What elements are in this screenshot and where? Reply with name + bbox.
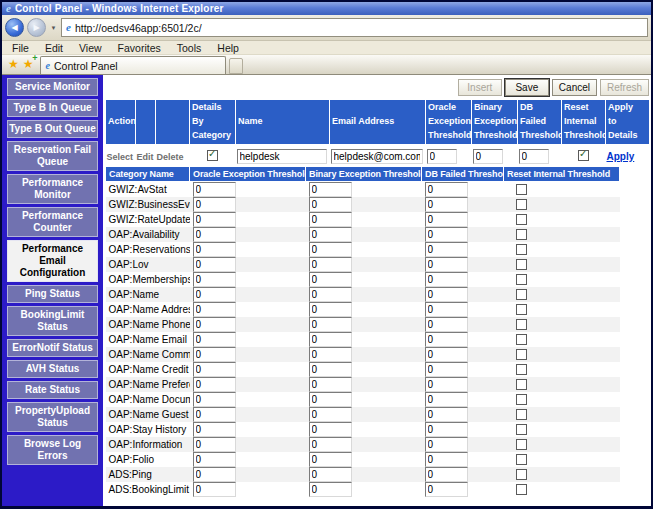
oracle-threshold-input[interactable]: [193, 212, 236, 227]
back-button[interactable]: ◀: [5, 18, 24, 37]
oracle-threshold-input[interactable]: [193, 452, 236, 467]
oracle-threshold-input[interactable]: [193, 392, 236, 407]
reset-internal-checkbox[interactable]: [516, 439, 527, 450]
db-failed-threshold-input[interactable]: [425, 302, 468, 317]
reset-internal-checkbox[interactable]: [516, 454, 527, 465]
sidebar-item-browse-log-errors[interactable]: Browse Log Errors: [7, 435, 98, 465]
address-bar[interactable]: e http://oedsv46app:6501/2c/: [61, 18, 648, 37]
binary-threshold-input[interactable]: [309, 302, 352, 317]
reset-internal-checkbox[interactable]: [516, 469, 527, 480]
refresh-button[interactable]: Refresh: [600, 79, 649, 96]
db-failed-threshold-input[interactable]: [425, 347, 468, 362]
oracle-threshold-input[interactable]: [193, 182, 236, 197]
db-failed-threshold-input[interactable]: [425, 482, 468, 497]
binary-threshold-input[interactable]: [473, 149, 503, 164]
name-input[interactable]: [237, 149, 327, 164]
oracle-threshold-input[interactable]: [193, 317, 236, 332]
binary-threshold-input[interactable]: [309, 212, 352, 227]
binary-threshold-input[interactable]: [309, 392, 352, 407]
oracle-threshold-input[interactable]: [193, 332, 236, 347]
reset-internal-checkbox[interactable]: [516, 424, 527, 435]
reset-internal-checkbox[interactable]: [516, 409, 527, 420]
reset-internal-checkbox[interactable]: [516, 319, 527, 330]
oracle-threshold-input[interactable]: [193, 242, 236, 257]
db-failed-threshold-input[interactable]: [425, 317, 468, 332]
select-link[interactable]: Select: [107, 152, 134, 162]
binary-threshold-input[interactable]: [309, 467, 352, 482]
reset-internal-checkbox[interactable]: [516, 394, 527, 405]
delete-link[interactable]: Delete: [157, 152, 184, 162]
sidebar-item-type-b-in-queue[interactable]: Type B In Queue: [7, 99, 98, 117]
binary-threshold-input[interactable]: [309, 242, 352, 257]
insert-button[interactable]: Insert: [458, 79, 502, 96]
db-failed-threshold-input[interactable]: [425, 377, 468, 392]
sidebar-item-avh-status[interactable]: AVH Status: [7, 360, 98, 378]
db-failed-threshold-input[interactable]: [425, 332, 468, 347]
apply-link[interactable]: Apply: [607, 151, 635, 162]
binary-threshold-input[interactable]: [309, 377, 352, 392]
oracle-threshold-input[interactable]: [193, 197, 236, 212]
db-failed-threshold-input[interactable]: [519, 149, 549, 164]
menu-item-tools[interactable]: Tools: [169, 42, 210, 54]
binary-threshold-input[interactable]: [309, 182, 352, 197]
db-failed-threshold-input[interactable]: [425, 227, 468, 242]
forward-button[interactable]: ▶: [27, 18, 46, 37]
sidebar-item-performance-monitor[interactable]: Performance Monitor: [7, 174, 98, 204]
binary-threshold-input[interactable]: [309, 332, 352, 347]
db-failed-threshold-input[interactable]: [425, 197, 468, 212]
sidebar-item-service-monitor[interactable]: Service Monitor: [7, 78, 98, 96]
db-failed-threshold-input[interactable]: [425, 242, 468, 257]
reset-internal-checkbox[interactable]: [516, 289, 527, 300]
reset-internal-checkbox[interactable]: [516, 184, 527, 195]
binary-threshold-input[interactable]: [309, 197, 352, 212]
oracle-threshold-input[interactable]: [193, 407, 236, 422]
db-failed-threshold-input[interactable]: [425, 437, 468, 452]
reset-internal-checkbox[interactable]: [516, 229, 527, 240]
sidebar-item-errornotif-status[interactable]: ErrorNotif Status: [7, 339, 98, 357]
sidebar-item-performance-counter[interactable]: Performance Counter: [7, 207, 98, 237]
details-by-category-checkbox[interactable]: [207, 150, 218, 161]
menu-item-help[interactable]: Help: [209, 42, 247, 54]
favorites-center-icon[interactable]: ★: [8, 58, 19, 70]
db-failed-threshold-input[interactable]: [425, 392, 468, 407]
db-failed-threshold-input[interactable]: [425, 287, 468, 302]
binary-threshold-input[interactable]: [309, 452, 352, 467]
new-tab-button[interactable]: [229, 58, 243, 74]
reset-internal-checkbox[interactable]: [516, 334, 527, 345]
reset-internal-checkbox[interactable]: [578, 150, 589, 161]
email-address-input[interactable]: [331, 149, 423, 164]
tab-control-panel[interactable]: e Control Panel: [40, 56, 226, 74]
sidebar-item-rate-status[interactable]: Rate Status: [7, 381, 98, 399]
binary-threshold-input[interactable]: [309, 422, 352, 437]
binary-threshold-input[interactable]: [309, 287, 352, 302]
oracle-threshold-input[interactable]: [193, 362, 236, 377]
oracle-threshold-input[interactable]: [193, 347, 236, 362]
reset-internal-checkbox[interactable]: [516, 274, 527, 285]
menu-item-edit[interactable]: Edit: [37, 42, 71, 54]
binary-threshold-input[interactable]: [309, 347, 352, 362]
binary-threshold-input[interactable]: [309, 362, 352, 377]
cancel-button[interactable]: Cancel: [552, 79, 597, 96]
oracle-threshold-input[interactable]: [193, 227, 236, 242]
binary-threshold-input[interactable]: [309, 437, 352, 452]
sidebar-item-performance-email-configuration[interactable]: Performance Email Configuration: [7, 240, 98, 282]
reset-internal-checkbox[interactable]: [516, 364, 527, 375]
reset-internal-checkbox[interactable]: [516, 304, 527, 315]
binary-threshold-input[interactable]: [309, 407, 352, 422]
binary-threshold-input[interactable]: [309, 482, 352, 497]
oracle-threshold-input[interactable]: [193, 377, 236, 392]
oracle-threshold-input[interactable]: [193, 422, 236, 437]
reset-internal-checkbox[interactable]: [516, 379, 527, 390]
oracle-threshold-input[interactable]: [193, 272, 236, 287]
reset-internal-checkbox[interactable]: [516, 484, 527, 495]
binary-threshold-input[interactable]: [309, 272, 352, 287]
oracle-threshold-input[interactable]: [193, 482, 236, 497]
db-failed-threshold-input[interactable]: [425, 362, 468, 377]
reset-internal-checkbox[interactable]: [516, 199, 527, 210]
db-failed-threshold-input[interactable]: [425, 422, 468, 437]
oracle-threshold-input[interactable]: [193, 467, 236, 482]
oracle-threshold-input[interactable]: [193, 437, 236, 452]
sidebar-item-propertyupload-status[interactable]: PropertyUpload Status: [7, 402, 98, 432]
save-button[interactable]: Save: [505, 79, 549, 96]
oracle-threshold-input[interactable]: [193, 287, 236, 302]
